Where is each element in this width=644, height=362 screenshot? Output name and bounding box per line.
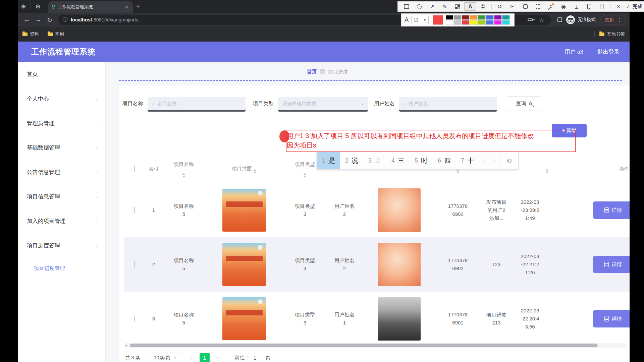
color-swatch[interactable] <box>462 15 470 20</box>
header-index[interactable]: 索引 <box>145 165 162 173</box>
current-color-swatch[interactable] <box>433 15 443 25</box>
other-bookmarks[interactable]: 其他书签 <box>594 31 625 37</box>
ime-candidate[interactable]: 4 三 <box>386 152 410 169</box>
record-icon[interactable]: ◉ <box>557 2 570 11</box>
color-swatch[interactable] <box>502 15 510 20</box>
password-key-icon[interactable] <box>528 18 533 21</box>
color-swatch[interactable] <box>494 20 502 25</box>
separator[interactable] <box>490 2 493 11</box>
scrollbar-thumb[interactable] <box>130 344 598 347</box>
mosaic-tool-icon[interactable] <box>451 2 464 11</box>
sidebar-item[interactable]: 公告信息管理 ∨ <box>18 160 105 184</box>
header-project-name[interactable]: 项目名称 <box>162 160 205 178</box>
current-page[interactable]: 1 <box>200 353 210 362</box>
color-swatch[interactable] <box>486 20 494 25</box>
back-icon[interactable]: ← <box>21 16 33 23</box>
row-checkbox[interactable] <box>134 207 135 213</box>
color-swatch[interactable] <box>494 15 502 20</box>
row-checkbox[interactable] <box>134 315 135 322</box>
capture-done-button[interactable]: ✓ 完成 <box>626 3 642 10</box>
reload-icon[interactable]: ↻ <box>44 16 55 24</box>
color-swatch[interactable] <box>454 15 462 20</box>
sort-icon[interactable] <box>253 169 257 174</box>
ime-candidate[interactable]: 6 四 <box>433 152 456 169</box>
color-swatch[interactable] <box>502 20 510 25</box>
color-swatch[interactable] <box>470 15 478 20</box>
avatar[interactable] <box>378 243 421 286</box>
close-tab-icon[interactable]: × <box>124 4 129 10</box>
sidebar-item[interactable]: 项目信息管理 ∨ <box>18 184 105 209</box>
number-stamp-icon[interactable]: ① <box>477 2 489 11</box>
undo-icon[interactable]: ↺ <box>494 2 506 11</box>
detail-button[interactable]: 详情 <box>593 256 630 273</box>
color-swatch[interactable] <box>446 20 453 25</box>
header-cover[interactable]: 项目封面 <box>205 164 283 174</box>
sidebar-item[interactable]: 管理员管理 ∨ <box>18 111 105 135</box>
detail-button[interactable]: 详情 <box>593 310 630 327</box>
color-swatch[interactable] <box>454 20 462 25</box>
next-page-button[interactable]: › <box>217 355 219 361</box>
bookmark-star-icon[interactable]: ☆ <box>539 16 544 23</box>
translate-ocr-icon[interactable] <box>519 2 531 11</box>
text-tool-icon[interactable]: A <box>464 2 476 11</box>
device-icon[interactable] <box>583 2 595 11</box>
page-size-select[interactable]: 10条/页 ∨ <box>147 353 183 362</box>
breadcrumb-home[interactable]: 首页 <box>307 69 317 75</box>
horizontal-scrollbar[interactable]: ◂ <box>124 343 627 348</box>
ime-candidate[interactable]: 7 十 <box>456 152 479 169</box>
cover-image[interactable] <box>222 189 266 232</box>
region-select-icon[interactable] <box>532 2 544 11</box>
page-info-icon[interactable]: ⓘ <box>63 17 67 23</box>
row-checkbox[interactable] <box>134 261 135 267</box>
project-name-input[interactable]: ○ 项目名称 <box>148 97 246 110</box>
separator[interactable] <box>608 2 612 11</box>
color-swatch[interactable] <box>478 20 486 25</box>
download-icon[interactable]: ↓ <box>570 2 582 11</box>
font-size-select[interactable]: 12 ▼ <box>411 16 429 24</box>
sidebar-subitem-active[interactable]: 项目进度管理 <box>18 258 105 279</box>
sort-icon[interactable] <box>182 173 185 178</box>
detail-button[interactable]: 详情 <box>593 201 630 219</box>
sidebar-item[interactable]: 首页 <box>18 62 105 86</box>
bookmark-ziliao[interactable]: 资料 <box>22 31 39 37</box>
prev-page-button[interactable]: ‹ <box>191 355 192 361</box>
browser-menu-icon[interactable]: ⋮ <box>617 17 622 22</box>
emoji-icon[interactable]: ☺ <box>500 152 518 169</box>
logout-link[interactable]: 退出登录 <box>597 48 620 56</box>
select-all-checkbox[interactable] <box>134 166 135 172</box>
ime-candidate[interactable]: 3 上 <box>363 152 386 169</box>
sidebar-item[interactable]: 基础数据管理 ∨ <box>18 135 105 160</box>
sidebar-item[interactable]: 项目进度管理 ∨ <box>18 233 105 258</box>
cover-image[interactable] <box>222 243 266 286</box>
scroll-left-icon[interactable]: ◂ <box>125 344 127 347</box>
update-button[interactable]: 更新 ⋮ <box>600 15 626 24</box>
scissors-icon[interactable]: ✂ <box>506 2 519 11</box>
bookmark-save-icon[interactable] <box>596 2 608 11</box>
forward-icon[interactable]: → <box>33 16 44 23</box>
ime-next-icon[interactable]: › <box>489 152 500 169</box>
color-swatch[interactable] <box>462 20 470 25</box>
color-swatch[interactable] <box>470 20 478 25</box>
sort-icon[interactable] <box>456 169 460 174</box>
pin-icon[interactable] <box>545 2 557 11</box>
ime-candidate[interactable]: 2 说 <box>340 152 363 169</box>
color-swatch[interactable] <box>478 15 486 20</box>
sort-icon[interactable] <box>303 173 307 178</box>
project-type-select[interactable]: 请选择项目类型 ∨ <box>278 97 368 110</box>
pencil-tool-icon[interactable]: ✎ <box>439 2 451 11</box>
new-tab-button[interactable]: + <box>136 3 140 10</box>
sidebar-item[interactable]: 加入的项目管理 ∨ <box>18 209 105 233</box>
color-swatch[interactable] <box>486 15 494 20</box>
color-swatch[interactable] <box>446 15 453 20</box>
user-name-input[interactable]: ○ 用户姓名 <box>399 97 497 110</box>
browser-globe-icon[interactable]: ⊕ <box>18 1 29 12</box>
rectangle-tool-icon[interactable] <box>400 2 413 11</box>
bookmark-changyong[interactable]: 常用 <box>48 31 64 37</box>
cancel-capture-icon[interactable]: × <box>612 2 625 11</box>
extension-icon[interactable] <box>557 17 562 22</box>
sidebar-item[interactable]: 个人中心 ∨ <box>18 86 105 111</box>
ellipse-tool-icon[interactable] <box>413 2 425 11</box>
ime-prev-icon[interactable]: ‹ <box>479 152 489 169</box>
cover-image[interactable] <box>222 297 266 340</box>
avatar[interactable] <box>378 297 421 341</box>
